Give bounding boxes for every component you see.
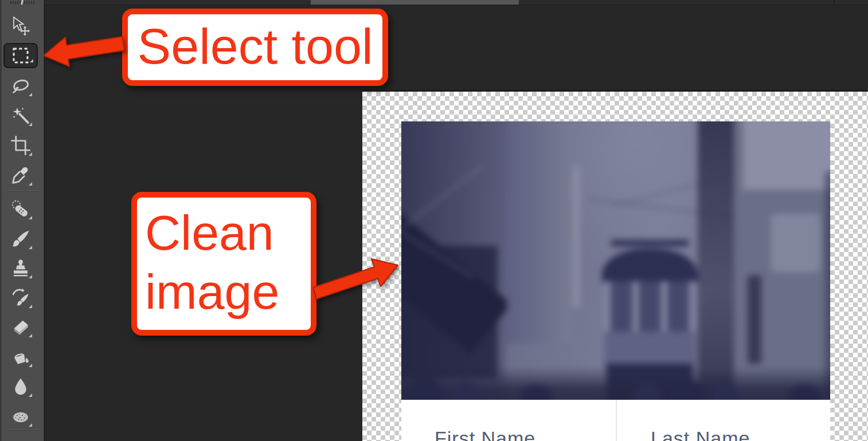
blurred-street-scene xyxy=(401,121,830,400)
move-tool-button[interactable] xyxy=(6,11,36,41)
tool-flyout-indicator xyxy=(29,93,32,96)
brush-tool-button[interactable] xyxy=(6,224,36,254)
toolbar-divider xyxy=(6,191,39,191)
sponge-tool-button[interactable] xyxy=(6,401,36,431)
history-brush-tool-button[interactable] xyxy=(6,283,36,313)
paint-bucket-tool-button[interactable] xyxy=(6,342,36,372)
document-tab-strip xyxy=(45,0,868,5)
active-document-tab[interactable] xyxy=(311,0,519,5)
tool-flyout-indicator xyxy=(29,182,32,186)
blur-tool-button[interactable] xyxy=(6,372,36,401)
clone-stamp-icon xyxy=(10,258,31,278)
magic-wand-icon xyxy=(10,105,31,126)
brush-icon xyxy=(10,229,31,249)
tool-flyout-indicator xyxy=(29,364,32,367)
eraser-tool-button[interactable] xyxy=(6,312,36,342)
history-brush-icon xyxy=(10,288,31,308)
clone-stamp-tool-button[interactable] xyxy=(6,253,36,283)
tool-flyout-indicator xyxy=(29,334,32,337)
lasso-icon xyxy=(10,76,31,96)
healing-brush-icon xyxy=(10,199,31,219)
select-tool-callout: Select tool xyxy=(122,9,388,86)
first-name-label: First Name xyxy=(435,427,535,441)
tool-flyout-indicator xyxy=(29,393,32,397)
photo-layer[interactable] xyxy=(401,121,830,400)
webpage-form-section: First Name Last Name xyxy=(401,400,830,441)
rectangular-marquee-icon xyxy=(10,45,31,66)
healing-brush-tool-button[interactable] xyxy=(6,194,36,224)
eraser-icon xyxy=(10,317,31,337)
clean-image-callout: Clean image xyxy=(131,192,316,336)
magic-wand-tool-button[interactable] xyxy=(6,101,36,131)
crop-icon xyxy=(10,135,31,156)
toolbar-divider xyxy=(6,430,39,430)
tool-flyout-indicator xyxy=(29,305,32,308)
eyedropper-tool-button[interactable] xyxy=(6,160,36,190)
eyedropper-icon xyxy=(10,165,31,186)
rectangular-marquee-tool-button[interactable] xyxy=(3,43,38,68)
photo-editor-window: { "window": { "tab_strip": {"note": "par… xyxy=(0,0,868,441)
arrow-to-select-tool xyxy=(44,37,124,66)
sponge-icon xyxy=(10,406,31,427)
tool-flyout-indicator xyxy=(29,123,32,126)
lasso-tool-button[interactable] xyxy=(6,71,36,101)
paint-bucket-icon xyxy=(10,346,31,367)
tool-flyout-indicator xyxy=(29,246,32,249)
tool-flyout-indicator xyxy=(29,216,32,219)
tool-flyout-indicator xyxy=(30,59,33,62)
tool-flyout-indicator xyxy=(29,152,32,156)
tools-panel xyxy=(0,0,45,441)
last-name-label: Last Name xyxy=(651,427,750,441)
tool-flyout-indicator xyxy=(29,423,32,427)
form-column-divider xyxy=(616,400,617,441)
move-icon xyxy=(10,15,31,36)
tool-flyout-indicator xyxy=(29,275,32,278)
tab-divider xyxy=(834,0,835,5)
blur-icon xyxy=(10,376,31,397)
crop-tool-button[interactable] xyxy=(6,131,36,160)
document-canvas-transparency-checkerboard[interactable]: First Name Last Name xyxy=(362,90,868,441)
